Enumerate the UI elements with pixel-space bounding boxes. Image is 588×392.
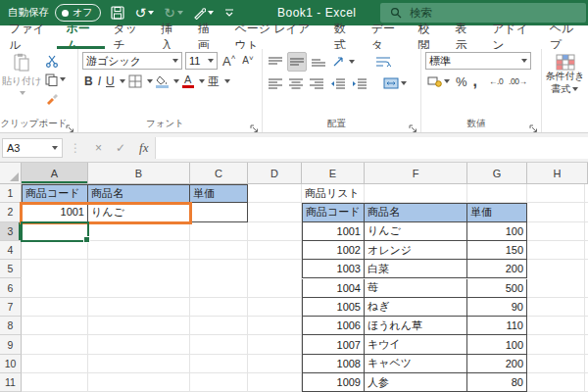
cell-g3[interactable]: 100: [467, 222, 527, 241]
row-header-8[interactable]: 8: [0, 317, 22, 335]
wrap-text-button[interactable]: [373, 53, 393, 71]
conditional-formatting-button[interactable]: 条件付き 書式: [542, 49, 588, 95]
row-header-6[interactable]: 6: [0, 278, 22, 297]
column-header-f[interactable]: F: [365, 163, 467, 184]
search-box[interactable]: [380, 3, 586, 23]
tab-view[interactable]: 表示: [447, 25, 484, 49]
column-header-c[interactable]: C: [190, 163, 248, 184]
cancel-button[interactable]: ×: [95, 141, 102, 155]
cell-a2[interactable]: 1001: [22, 203, 88, 221]
number-format-select[interactable]: 標準: [425, 52, 531, 70]
cell-f10[interactable]: キャベツ: [365, 355, 467, 373]
increase-decimal-button[interactable]: ←.0: [487, 73, 505, 90]
cell-c2[interactable]: [190, 203, 248, 221]
font-dialog-launcher[interactable]: [250, 120, 260, 129]
clipboard-dialog-launcher[interactable]: [66, 120, 75, 129]
cell-c1[interactable]: 単価: [190, 184, 248, 203]
row-header-2[interactable]: 2: [0, 203, 22, 221]
bold-button[interactable]: B: [82, 73, 95, 90]
font-name-select[interactable]: 游ゴシック: [82, 52, 182, 70]
alignment-dialog-launcher[interactable]: [409, 120, 418, 129]
paste-button[interactable]: 貼り付け: [0, 49, 43, 98]
format-painter-button[interactable]: [45, 90, 66, 106]
enter-button[interactable]: ✓: [116, 141, 125, 155]
save-button[interactable]: [111, 6, 124, 20]
tab-draw[interactable]: 描画: [189, 25, 226, 49]
name-box[interactable]: A3: [2, 138, 63, 158]
borders-button[interactable]: [126, 73, 144, 90]
search-input[interactable]: [408, 6, 559, 20]
column-header-h[interactable]: H: [527, 163, 588, 184]
decrease-font-size-button[interactable]: A˅: [240, 52, 255, 70]
row-header-7[interactable]: 7: [0, 298, 22, 317]
cell-f11[interactable]: 人参: [365, 373, 467, 392]
insert-function-button[interactable]: fx: [139, 140, 148, 156]
cell-f2[interactable]: 商品名: [365, 203, 467, 221]
row-header-3[interactable]: 3: [0, 222, 22, 241]
cell-g11[interactable]: 80: [467, 373, 527, 392]
orientation-button[interactable]: [330, 53, 357, 71]
cell-g9[interactable]: 100: [467, 335, 527, 354]
cell-f9[interactable]: キウイ: [365, 335, 467, 354]
cell-e7[interactable]: 1005: [302, 298, 365, 317]
cell-f5[interactable]: 白菜: [365, 260, 467, 278]
cell-e11[interactable]: 1009: [302, 373, 365, 392]
cell-f7[interactable]: ねぎ: [365, 298, 467, 317]
align-middle-button[interactable]: [287, 52, 307, 72]
customize-toolbar-button[interactable]: [223, 7, 235, 19]
fill-color-button[interactable]: [154, 73, 171, 90]
redo-button[interactable]: ↻: [164, 6, 183, 20]
font-color-button[interactable]: A: [180, 73, 196, 90]
tab-touch[interactable]: タッチ: [105, 25, 152, 49]
row-header-1[interactable]: 1: [0, 184, 22, 203]
column-header-g[interactable]: G: [467, 163, 527, 184]
tab-page-layout[interactable]: ページ レイアウト: [225, 25, 324, 49]
column-header-e[interactable]: E: [302, 163, 365, 184]
increase-font-size-button[interactable]: A˄: [220, 52, 237, 70]
formula-input[interactable]: [155, 137, 588, 159]
align-center-button[interactable]: [287, 74, 305, 92]
italic-button[interactable]: I: [96, 73, 103, 90]
percent-style-button[interactable]: %: [454, 73, 469, 90]
cell-g10[interactable]: 200: [467, 355, 527, 373]
row-header-10[interactable]: 10: [0, 355, 22, 373]
cell-g6[interactable]: 500: [467, 279, 527, 298]
number-dialog-launcher[interactable]: [529, 120, 539, 129]
cell-e1-list-title[interactable]: 商品リスト: [305, 186, 360, 201]
cell-e6[interactable]: 1004: [302, 279, 365, 298]
tab-file[interactable]: ファイル: [0, 25, 57, 49]
underline-button[interactable]: U: [104, 73, 117, 90]
cell-e3[interactable]: 1001: [302, 222, 365, 241]
cell-a1[interactable]: 商品コード: [22, 184, 88, 203]
merge-center-button[interactable]: [381, 74, 409, 92]
fill-handle[interactable]: [83, 236, 90, 243]
tab-review[interactable]: 校閲: [410, 25, 447, 49]
column-header-a[interactable]: A: [22, 163, 88, 184]
tab-home[interactable]: ホーム: [57, 25, 104, 49]
cell-g4[interactable]: 150: [467, 241, 527, 260]
decrease-indent-button[interactable]: [328, 74, 347, 92]
autosave-toggle[interactable]: オフ: [55, 4, 101, 22]
tab-insert[interactable]: 挿入: [152, 25, 189, 49]
row-header-11[interactable]: 11: [0, 373, 22, 392]
cell-e4[interactable]: 1002: [302, 241, 365, 260]
phonetic-guide-button[interactable]: 亜: [206, 73, 221, 90]
tab-formulas[interactable]: 数式: [325, 25, 363, 49]
undo-button[interactable]: ↺: [134, 6, 154, 20]
align-right-button[interactable]: [308, 74, 325, 92]
cell-b2[interactable]: りんご: [88, 203, 190, 221]
tab-addins[interactable]: アドイン: [483, 25, 540, 49]
cell-f4[interactable]: オレンジ: [365, 241, 467, 260]
row-header-9[interactable]: 9: [0, 335, 22, 354]
cell-f8[interactable]: ほうれん草: [365, 317, 467, 335]
column-header-d[interactable]: D: [248, 163, 302, 184]
row-header-5[interactable]: 5: [0, 260, 22, 278]
cell-e10[interactable]: 1008: [302, 355, 365, 373]
copy-button[interactable]: [45, 72, 66, 87]
cell-g8[interactable]: 110: [467, 317, 527, 335]
comma-style-button[interactable]: ,: [471, 73, 479, 90]
cut-button[interactable]: [45, 53, 66, 69]
cell-f6[interactable]: 苺: [365, 279, 467, 298]
tab-help[interactable]: ヘルプ: [541, 25, 588, 49]
ink-pen-button[interactable]: [193, 7, 214, 20]
